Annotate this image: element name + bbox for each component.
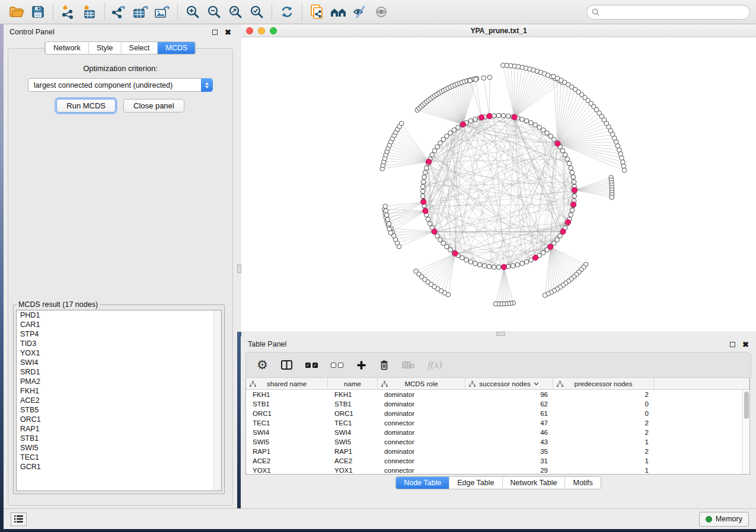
result-list-item[interactable]: TEC1 — [17, 453, 221, 462]
result-list-item[interactable]: RAP1 — [17, 424, 221, 434]
criterion-select[interactable]: largest connected component (undirected) — [28, 78, 213, 92]
mcds-node[interactable] — [565, 219, 570, 225]
zoom-fit-button[interactable] — [225, 2, 246, 22]
close-panel-button[interactable]: Close panel — [123, 99, 184, 113]
mcds-node[interactable] — [426, 159, 432, 164]
select-all-icon[interactable]: ✓✓ — [305, 363, 318, 368]
network-canvas[interactable] — [241, 37, 756, 332]
table-settings-icon[interactable]: ⚙ — [257, 359, 268, 371]
mcds-node[interactable] — [421, 199, 426, 204]
import-table-button[interactable] — [79, 2, 100, 22]
cell-mcds-role[interactable]: connector — [378, 418, 465, 428]
cell-name[interactable]: STB1 — [328, 399, 378, 409]
result-list-item[interactable]: ORC1 — [17, 415, 221, 424]
result-list-item[interactable]: FKH1 — [17, 386, 221, 396]
cell-name[interactable]: RAP1 — [328, 447, 378, 456]
result-list-scrollbar[interactable] — [213, 310, 221, 491]
cell-successor-nodes[interactable]: 43 — [465, 437, 553, 447]
float-panel-icon[interactable] — [730, 342, 735, 347]
cell-name[interactable]: FKH1 — [328, 390, 378, 399]
tab-network-table[interactable]: Network Table — [502, 477, 565, 489]
tab-mcds[interactable]: MCDS — [157, 42, 195, 54]
mcds-node[interactable] — [501, 264, 506, 270]
cell-shared-name[interactable]: RAP1 — [246, 447, 328, 456]
cell-predecessor-nodes[interactable]: 2 — [553, 390, 654, 399]
hide-selected-button[interactable] — [349, 2, 371, 22]
import-network-button[interactable] — [58, 2, 79, 22]
tab-style[interactable]: Style — [88, 42, 121, 54]
cell-mcds-role[interactable]: dominator — [378, 399, 465, 409]
cell-shared-name[interactable]: SWI4 — [246, 428, 328, 437]
tab-edge-table[interactable]: Edge Table — [449, 477, 502, 489]
search-field[interactable] — [586, 5, 750, 20]
column-header-successor-nodes[interactable]: successor nodes — [465, 378, 553, 389]
result-list-item[interactable]: GCR1 — [17, 462, 221, 472]
result-list-item[interactable]: STB1 — [17, 434, 221, 443]
search-input[interactable] — [599, 8, 745, 16]
column-header-name[interactable]: name — [328, 378, 378, 389]
cell-successor-nodes[interactable]: 96 — [465, 390, 553, 399]
result-list-item[interactable]: SWI4 — [17, 358, 221, 367]
table-row[interactable]: FKH1FKH1dominator962 — [246, 390, 742, 399]
cell-predecessor-nodes[interactable]: 2 — [553, 428, 654, 437]
export-network-button[interactable] — [109, 2, 130, 22]
mcds-node[interactable] — [432, 229, 437, 234]
table-row[interactable]: YOX1YOX1connector291 — [246, 466, 742, 475]
deselect-all-icon[interactable] — [331, 363, 343, 368]
cell-predecessor-nodes[interactable]: 2 — [553, 447, 654, 456]
new-network-from-selection-button[interactable] — [307, 2, 328, 22]
cell-mcds-role[interactable]: connector — [378, 466, 465, 475]
cell-shared-name[interactable]: FKH1 — [246, 390, 328, 399]
cell-predecessor-nodes[interactable]: 1 — [553, 437, 654, 447]
cell-mcds-role[interactable]: dominator — [378, 428, 465, 437]
table-row[interactable]: SWI5SWI5connector431 — [246, 437, 742, 447]
cell-shared-name[interactable]: ORC1 — [246, 409, 328, 418]
split-panel-icon[interactable] — [281, 360, 292, 370]
result-list-item[interactable]: SWI5 — [17, 443, 221, 453]
tab-node-table[interactable]: Node Table — [396, 477, 449, 489]
network-graph[interactable] — [241, 37, 756, 332]
result-list-item[interactable]: PMA2 — [17, 377, 221, 386]
export-image-button[interactable] — [152, 2, 173, 22]
show-all-button[interactable] — [371, 2, 392, 22]
result-list-item[interactable]: SRD1 — [17, 367, 221, 377]
cell-name[interactable]: ACE2 — [328, 456, 378, 466]
open-session-button[interactable] — [6, 2, 27, 22]
mcds-node[interactable] — [572, 187, 577, 193]
result-list-item[interactable]: TID3 — [17, 339, 221, 348]
table-scrollbar[interactable] — [742, 390, 749, 474]
mcds-node[interactable] — [460, 121, 465, 127]
float-panel-icon[interactable] — [212, 30, 218, 35]
zoom-in-button[interactable] — [182, 2, 203, 22]
cell-name[interactable]: YOX1 — [328, 466, 378, 475]
cell-name[interactable]: SWI5 — [328, 437, 378, 447]
table-row[interactable]: STB1STB1dominator620 — [246, 399, 742, 409]
cell-predecessor-nodes[interactable]: 2 — [553, 418, 654, 428]
mcds-node[interactable] — [560, 229, 566, 234]
cell-shared-name[interactable]: YOX1 — [246, 466, 328, 475]
mcds-node[interactable] — [555, 141, 560, 146]
export-table-button[interactable] — [130, 2, 152, 22]
cell-shared-name[interactable]: SWI5 — [246, 437, 328, 447]
cell-successor-nodes[interactable]: 62 — [465, 399, 553, 409]
vertical-splitter[interactable] — [237, 24, 241, 332]
splitter-grip[interactable] — [496, 332, 505, 336]
horizontal-splitter[interactable] — [241, 331, 756, 336]
cell-successor-nodes[interactable]: 35 — [465, 447, 553, 456]
cell-shared-name[interactable]: ACE2 — [246, 456, 328, 466]
cell-successor-nodes[interactable]: 46 — [465, 428, 553, 437]
mcds-node[interactable] — [548, 244, 553, 249]
sort-desc-icon[interactable] — [534, 382, 539, 386]
cell-mcds-role[interactable]: connector — [378, 437, 465, 447]
mcds-node[interactable] — [452, 251, 458, 256]
result-list-item[interactable]: YOX1 — [17, 348, 221, 358]
zoom-selected-button[interactable] — [246, 2, 267, 22]
cell-predecessor-nodes[interactable]: 0 — [553, 399, 654, 409]
zoom-out-button[interactable] — [203, 2, 225, 22]
cell-mcds-role[interactable]: dominator — [378, 390, 465, 399]
table-row[interactable]: SWI4SWI4dominator462 — [246, 428, 742, 437]
memory-button[interactable]: Memory — [699, 512, 749, 527]
mcds-node[interactable] — [487, 113, 492, 118]
result-list-item[interactable]: STB5 — [17, 405, 221, 415]
mcds-node[interactable] — [479, 115, 484, 120]
